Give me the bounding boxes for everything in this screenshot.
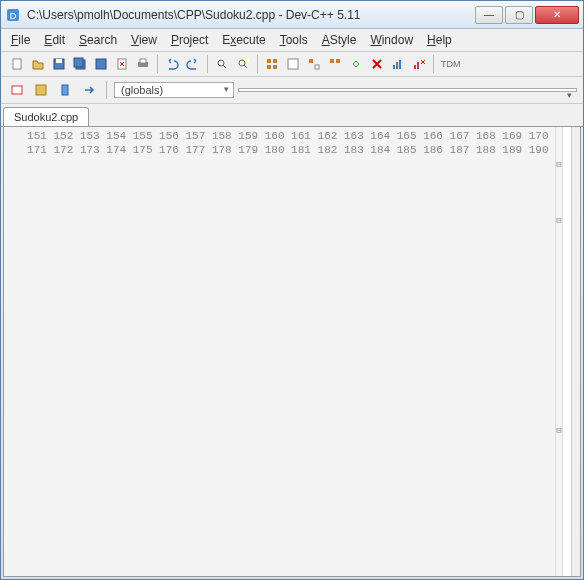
svg-rect-2 bbox=[13, 59, 21, 69]
svg-rect-30 bbox=[62, 85, 68, 95]
new-file-icon[interactable] bbox=[7, 54, 27, 74]
svg-text:D: D bbox=[10, 11, 17, 21]
stop-icon[interactable] bbox=[367, 54, 387, 74]
svg-rect-27 bbox=[417, 62, 419, 69]
new-project-icon[interactable] bbox=[7, 80, 27, 100]
insert-icon[interactable] bbox=[31, 80, 51, 100]
menu-project[interactable]: Project bbox=[171, 33, 208, 47]
toolbar-separator bbox=[106, 81, 107, 99]
member-combo[interactable] bbox=[238, 88, 577, 92]
window-title: C:\Users\pmolh\Documents\CPP\Sudoku2.cpp… bbox=[27, 8, 475, 22]
svg-rect-20 bbox=[315, 65, 319, 69]
code-editor[interactable]: 151 152 153 154 155 156 157 158 159 160 … bbox=[3, 127, 581, 577]
close-file-icon[interactable] bbox=[112, 54, 132, 74]
svg-rect-18 bbox=[288, 59, 298, 69]
svg-rect-28 bbox=[12, 86, 22, 94]
menu-window[interactable]: Window bbox=[370, 33, 413, 47]
main-toolbar: TDM bbox=[1, 52, 583, 77]
menu-astyle[interactable]: AStyle bbox=[322, 33, 357, 47]
code-area[interactable]: void Place(int S) { LevelCount[S]++; Cou… bbox=[563, 127, 571, 576]
compile-run-icon[interactable] bbox=[304, 54, 324, 74]
find-icon[interactable] bbox=[212, 54, 232, 74]
delete-profile-icon[interactable] bbox=[409, 54, 429, 74]
menu-help[interactable]: Help bbox=[427, 33, 452, 47]
titlebar: D C:\Users\pmolh\Documents\CPP\Sudoku2.c… bbox=[1, 1, 583, 29]
save-all-icon[interactable] bbox=[70, 54, 90, 74]
rebuild-icon[interactable] bbox=[325, 54, 345, 74]
svg-rect-7 bbox=[96, 59, 106, 69]
menu-view[interactable]: View bbox=[131, 33, 157, 47]
line-gutter: 151 152 153 154 155 156 157 158 159 160 … bbox=[4, 127, 556, 576]
replace-icon[interactable] bbox=[233, 54, 253, 74]
svg-rect-25 bbox=[399, 60, 401, 69]
nav-toolbar: (globals) bbox=[1, 77, 583, 104]
toolbar-separator bbox=[207, 55, 208, 73]
debug-icon[interactable] bbox=[346, 54, 366, 74]
goto-icon[interactable] bbox=[79, 80, 99, 100]
run-icon[interactable] bbox=[283, 54, 303, 74]
window-controls: — ▢ ✕ bbox=[475, 6, 579, 24]
toolbar-separator bbox=[157, 55, 158, 73]
compile-icon[interactable] bbox=[262, 54, 282, 74]
editor-tabs: Sudoku2.cpp bbox=[1, 104, 583, 127]
maximize-button[interactable]: ▢ bbox=[505, 6, 533, 24]
svg-rect-15 bbox=[273, 59, 277, 63]
menu-file[interactable]: File bbox=[11, 33, 30, 47]
redo-icon[interactable] bbox=[183, 54, 203, 74]
svg-rect-14 bbox=[267, 59, 271, 63]
menu-edit[interactable]: Edit bbox=[44, 33, 65, 47]
toolbar-separator bbox=[257, 55, 258, 73]
svg-rect-17 bbox=[273, 65, 277, 69]
profile-icon[interactable] bbox=[388, 54, 408, 74]
menu-execute[interactable]: Execute bbox=[222, 33, 265, 47]
class-combo[interactable]: (globals) bbox=[114, 82, 234, 98]
undo-icon[interactable] bbox=[162, 54, 182, 74]
svg-rect-19 bbox=[309, 59, 313, 63]
svg-rect-6 bbox=[74, 58, 83, 67]
app-window: D C:\Users\pmolh\Documents\CPP\Sudoku2.c… bbox=[0, 0, 584, 580]
svg-rect-10 bbox=[140, 59, 146, 63]
svg-rect-23 bbox=[393, 65, 395, 69]
svg-rect-16 bbox=[267, 65, 271, 69]
save-as-icon[interactable] bbox=[91, 54, 111, 74]
menu-tools[interactable]: Tools bbox=[280, 33, 308, 47]
fold-gutter[interactable]: ⊟⊟⊟ bbox=[556, 127, 564, 576]
bookmark-icon[interactable] bbox=[55, 80, 75, 100]
vertical-scrollbar[interactable] bbox=[571, 127, 580, 576]
minimize-button[interactable]: — bbox=[475, 6, 503, 24]
svg-rect-29 bbox=[36, 85, 46, 95]
menubar: File Edit Search View Project Execute To… bbox=[1, 29, 583, 52]
svg-rect-4 bbox=[56, 59, 62, 63]
open-icon[interactable] bbox=[28, 54, 48, 74]
toolbar-separator bbox=[433, 55, 434, 73]
tdm-icon[interactable]: TDM bbox=[438, 54, 464, 74]
svg-rect-13 bbox=[244, 58, 249, 61]
svg-rect-24 bbox=[396, 62, 398, 69]
save-icon[interactable] bbox=[49, 54, 69, 74]
close-button[interactable]: ✕ bbox=[535, 6, 579, 24]
svg-rect-26 bbox=[414, 65, 416, 69]
svg-rect-22 bbox=[336, 59, 340, 63]
svg-rect-21 bbox=[330, 59, 334, 63]
menu-search[interactable]: Search bbox=[79, 33, 117, 47]
app-icon: D bbox=[5, 7, 21, 23]
print-icon[interactable] bbox=[133, 54, 153, 74]
tab-sudoku2[interactable]: Sudoku2.cpp bbox=[3, 107, 89, 126]
